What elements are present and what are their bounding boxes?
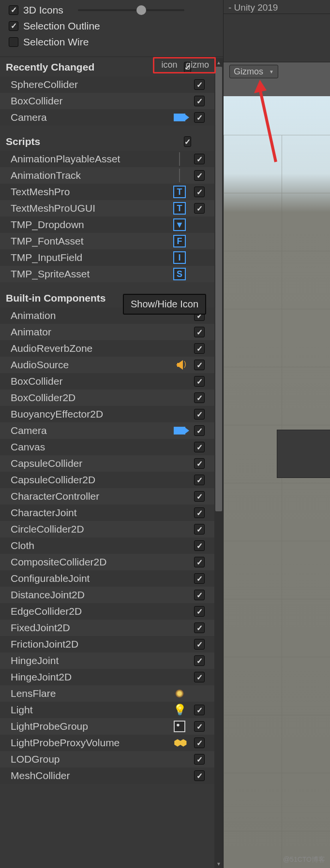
section-gizmo-checkbox[interactable] (184, 136, 191, 147)
component-row[interactable]: AudioReverbZone (0, 340, 223, 357)
gizmo-checkbox[interactable] (194, 458, 205, 469)
gizmo-checkbox[interactable] (194, 187, 205, 197)
component-row[interactable]: TextMeshProUGUI T (0, 200, 223, 217)
icon-toggle[interactable] (170, 407, 189, 421)
component-row[interactable]: AudioSource (0, 357, 223, 373)
component-row[interactable]: BoxCollider (0, 93, 223, 109)
gizmo-checkbox[interactable] (194, 738, 205, 748)
gizmo-checkbox[interactable] (194, 557, 205, 567)
component-row[interactable]: ConfigurableJoint (0, 570, 223, 587)
vertical-scrollbar[interactable]: ▲ ▼ (214, 58, 223, 868)
gizmo-checkbox[interactable] (194, 96, 205, 106)
gizmo-checkbox[interactable] (194, 524, 205, 535)
component-row[interactable]: Light 💡 (0, 702, 223, 718)
component-row[interactable]: CapsuleCollider2D (0, 472, 223, 488)
camera-icon[interactable] (174, 427, 185, 434)
component-row[interactable]: Canvas (0, 439, 223, 455)
proxy-volume-icon[interactable]: ⬢⬢ (174, 738, 185, 748)
component-row[interactable]: Animator (0, 324, 223, 340)
component-row[interactable]: LightProbeProxyVolume ⬢⬢ (0, 735, 223, 751)
gizmo-checkbox[interactable] (194, 343, 205, 354)
icon-toggle[interactable] (170, 325, 189, 339)
s-letter-icon[interactable]: S (173, 268, 186, 280)
icon-toggle[interactable] (170, 539, 189, 552)
icon-toggle[interactable] (170, 605, 189, 618)
gizmo-checkbox[interactable] (194, 491, 205, 502)
gizmo-checkbox[interactable] (194, 392, 205, 403)
component-row[interactable]: MeshCollider (0, 767, 223, 784)
icon-size-slider[interactable] (78, 9, 184, 11)
icon-toggle[interactable] (170, 720, 189, 733)
icon-toggle[interactable]: S (170, 267, 189, 281)
component-row[interactable]: BoxCollider (0, 373, 223, 390)
component-row[interactable]: AnimationPlayableAsset (0, 151, 223, 167)
icon-toggle[interactable] (170, 490, 189, 503)
option-selection-wire[interactable]: Selection Wire (9, 34, 218, 50)
icon-toggle[interactable] (170, 342, 189, 355)
gizmo-checkbox[interactable] (194, 360, 205, 370)
checkbox-icon[interactable] (9, 5, 18, 15)
component-row[interactable]: CircleCollider2D (0, 521, 223, 537)
option-3d-icons[interactable]: 3D Icons (9, 2, 218, 18)
gizmo-checkbox[interactable] (194, 154, 205, 164)
component-row[interactable]: LensFlare (0, 685, 223, 702)
lightbulb-icon[interactable]: 💡 (173, 704, 186, 716)
component-row[interactable]: LODGroup (0, 751, 223, 767)
component-row[interactable]: BuoyancyEffector2D (0, 406, 223, 422)
gizmo-checkbox[interactable] (194, 409, 205, 420)
component-row[interactable]: BoxCollider2D (0, 390, 223, 406)
component-row[interactable]: CompositeCollider2D (0, 554, 223, 570)
component-row[interactable]: CharacterJoint (0, 505, 223, 521)
scroll-down-icon[interactable]: ▼ (214, 859, 223, 868)
camera-icon[interactable] (174, 114, 185, 121)
component-row[interactable]: AnimationTrack (0, 167, 223, 184)
component-row[interactable]: Camera (0, 422, 223, 439)
icon-toggle[interactable] (170, 94, 189, 108)
icon-toggle[interactable] (170, 769, 189, 782)
icon-toggle[interactable] (170, 440, 189, 454)
gizmo-checkbox[interactable] (194, 203, 205, 214)
component-row[interactable]: SphereCollider (0, 76, 223, 93)
component-row[interactable]: HingeJoint2D (0, 669, 223, 685)
icon-toggle[interactable] (170, 522, 189, 536)
gizmo-checkbox[interactable] (194, 590, 205, 600)
component-row[interactable]: TMP_Dropdown ▼ (0, 217, 223, 233)
t-letter-icon[interactable]: T (173, 202, 186, 215)
component-row[interactable]: CapsuleCollider (0, 455, 223, 472)
component-row[interactable]: FrictionJoint2D (0, 636, 223, 652)
icon-toggle[interactable] (170, 78, 189, 91)
gizmo-checkbox[interactable] (194, 112, 205, 123)
icon-toggle[interactable] (170, 588, 189, 602)
scene-viewport[interactable] (224, 96, 330, 868)
component-row[interactable]: Cloth (0, 537, 223, 554)
icon-toggle[interactable] (170, 169, 189, 182)
i-letter-icon[interactable]: I (173, 251, 186, 264)
icon-toggle[interactable] (170, 391, 189, 405)
scroll-up-icon[interactable]: ▲ (214, 58, 223, 67)
icon-toggle[interactable] (170, 375, 189, 388)
scroll-track[interactable] (214, 67, 223, 859)
gizmo-checkbox[interactable] (194, 770, 205, 781)
gizmo-checkbox[interactable] (194, 540, 205, 551)
gizmo-checkbox[interactable] (194, 79, 205, 90)
gizmo-checkbox[interactable] (194, 475, 205, 485)
gizmo-checkbox[interactable] (194, 376, 205, 387)
component-row[interactable]: TextMeshPro T (0, 184, 223, 200)
component-row[interactable]: Camera (0, 109, 223, 126)
▼-letter-icon[interactable]: ▼ (173, 218, 186, 231)
icon-toggle[interactable]: T (170, 185, 189, 199)
gizmos-dropdown-button[interactable]: Gizmos ▼ (229, 65, 278, 78)
gizmo-checkbox[interactable] (194, 507, 205, 518)
component-row[interactable]: TMP_InputField I (0, 249, 223, 266)
gizmo-checkbox[interactable] (194, 721, 205, 732)
icon-toggle[interactable] (170, 637, 189, 651)
icon-toggle[interactable] (170, 358, 189, 372)
icon-toggle[interactable]: F (170, 234, 189, 248)
icon-toggle[interactable] (170, 687, 189, 700)
icon-toggle[interactable] (170, 752, 189, 766)
icon-toggle[interactable]: ▼ (170, 218, 189, 231)
component-row[interactable]: FixedJoint2D (0, 620, 223, 636)
lens-flare-icon[interactable] (175, 689, 184, 698)
gizmo-checkbox[interactable] (194, 655, 205, 666)
checkbox-icon[interactable] (9, 21, 18, 31)
